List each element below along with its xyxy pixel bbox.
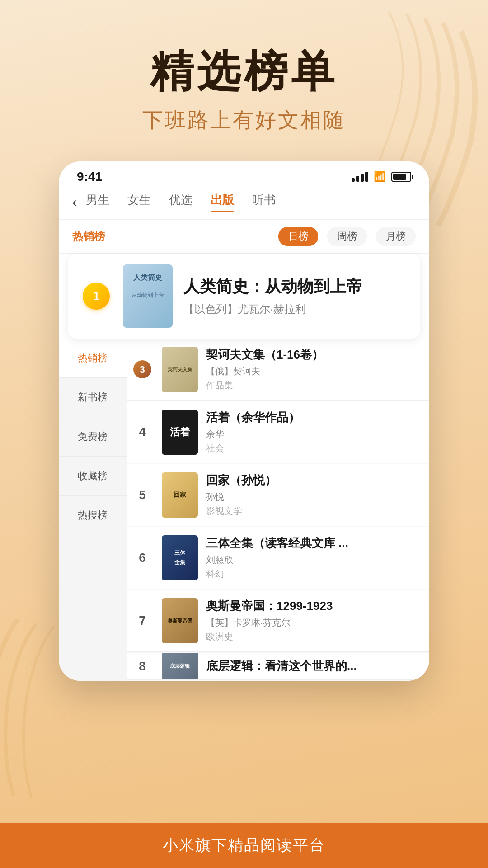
tab-selected[interactable]: 优选 (169, 192, 192, 212)
rank-bronze-medal: 3 (131, 360, 154, 378)
rank-number-7: 7 (131, 613, 154, 628)
rank-number-5: 5 (131, 488, 154, 502)
left-sidebar: 热销榜 新书榜 免费榜 收藏榜 热搜榜 (59, 339, 127, 681)
book-author-huijia: 孙悦 (206, 491, 425, 503)
rank-number-8: 8 (131, 659, 154, 674)
tab-female[interactable]: 女生 (127, 192, 151, 212)
top-book-card[interactable]: 1 人类简史：从动物到上帝 【以色列】尤瓦尔·赫拉利 (68, 254, 420, 339)
book-item-info: 三体全集（读客经典文库 ... 刘慈欣 科幻 (206, 536, 425, 580)
tab-publish[interactable]: 出版 (211, 192, 234, 212)
content-area: 热销榜 新书榜 免费榜 收藏榜 热搜榜 3 契诃夫文集 契诃夫文集（1-16卷）… (59, 339, 429, 681)
list-item[interactable]: 4 活着 活着（余华作品） 余华 社会 (127, 401, 429, 463)
sidebar-new-books[interactable]: 新书榜 (59, 378, 127, 417)
book-title-huijia: 回家（孙悦） (206, 473, 425, 488)
tab-audio[interactable]: 听书 (252, 192, 276, 212)
signal-icon (352, 172, 368, 182)
tab-items: 男生 女生 优选 出版 听书 (86, 192, 276, 212)
book-genre-santi: 科幻 (206, 568, 425, 580)
book-title-huozhe: 活着（余华作品） (206, 410, 425, 425)
book-item-info: 回家（孙悦） 孙悦 影视文学 (206, 473, 425, 517)
book-author-chekhov: 【俄】契诃夫 (206, 365, 425, 377)
list-item[interactable]: 5 回家 回家（孙悦） 孙悦 影视文学 (127, 464, 429, 526)
period-monthly[interactable]: 月榜 (376, 227, 416, 246)
sidebar-favorites[interactable]: 收藏榜 (59, 457, 127, 496)
rank-number-6: 6 (131, 551, 154, 565)
book-cover-huozhe: 活着 (162, 410, 198, 455)
sidebar-free[interactable]: 免费榜 (59, 417, 127, 457)
wifi-icon: 📶 (374, 171, 386, 183)
book-item-info: 活着（余华作品） 余华 社会 (206, 410, 425, 454)
status-time: 9:41 (77, 170, 102, 184)
book-item-info: 奥斯曼帝国：1299-1923 【英】卡罗琳·芬克尔 欧洲史 (206, 599, 425, 643)
book-item-info: 底层逻辑：看清这个世界的... (206, 659, 425, 674)
top-book-info: 人类简史：从动物到上帝 【以色列】尤瓦尔·赫拉利 (183, 276, 408, 316)
book-author-santi: 刘慈欣 (206, 554, 425, 566)
sub-nav: 热销榜 日榜 周榜 月榜 (59, 220, 429, 254)
book-cover-ottoman: 奥斯曼帝国 (162, 598, 198, 643)
sidebar-trending[interactable]: 热搜榜 (59, 496, 127, 535)
book-author-ottoman: 【英】卡罗琳·芬克尔 (206, 617, 425, 629)
book-title-santi: 三体全集（读客经典文库 ... (206, 536, 425, 551)
top-book-title: 人类简史：从动物到上帝 (183, 276, 408, 297)
footer: 小米旗下精品阅读平台 (0, 823, 488, 868)
period-weekly[interactable]: 周榜 (327, 227, 367, 246)
book-cover-huijia: 回家 (162, 472, 198, 518)
footer-text: 小米旗下精品阅读平台 (163, 835, 325, 856)
list-item[interactable]: 8 底层逻辑 底层逻辑：看清这个世界的... (127, 653, 429, 680)
book-title-chekhov: 契诃夫文集（1-16卷） (206, 347, 425, 363)
book-title-diceng: 底层逻辑：看清这个世界的... (206, 659, 425, 674)
book-cover-diceng: 底层逻辑 (162, 653, 198, 680)
status-bar: 9:41 📶 (59, 161, 429, 189)
back-button[interactable]: ‹ (72, 194, 77, 210)
list-item[interactable]: 6 三体全集 三体全集（读客经典文库 ... 刘慈欣 科幻 (127, 527, 429, 589)
book-author-huozhe: 余华 (206, 428, 425, 440)
list-item[interactable]: 3 契诃夫文集 契诃夫文集（1-16卷） 【俄】契诃夫 作品集 (127, 339, 429, 401)
book-list: 3 契诃夫文集 契诃夫文集（1-16卷） 【俄】契诃夫 作品集 4 活着 活着（… (127, 339, 429, 681)
book-item-info: 契诃夫文集（1-16卷） 【俄】契诃夫 作品集 (206, 347, 425, 392)
book-genre-huozhe: 社会 (206, 442, 425, 454)
book-title-ottoman: 奥斯曼帝国：1299-1923 (206, 599, 425, 614)
book-cover-chekhov: 契诃夫文集 (162, 347, 198, 392)
phone-mockup: 9:41 📶 ‹ 男生 女生 优选 出版 听书 热销榜 日榜 (59, 161, 429, 681)
period-daily[interactable]: 日榜 (278, 227, 318, 246)
rank-badge-1: 1 (80, 280, 112, 312)
book-cover-santi: 三体全集 (162, 535, 198, 580)
book-cover-1 (123, 264, 173, 328)
book-genre-huijia: 影视文学 (206, 505, 425, 517)
book-genre-chekhov: 作品集 (206, 379, 425, 392)
rank-number-4: 4 (131, 425, 154, 439)
battery-icon (391, 172, 411, 182)
nav-tabs: ‹ 男生 女生 优选 出版 听书 (59, 189, 429, 220)
tab-male[interactable]: 男生 (86, 192, 109, 212)
sidebar-hot-sales[interactable]: 热销榜 (59, 339, 127, 378)
top-book-author: 【以色列】尤瓦尔·赫拉利 (183, 302, 408, 316)
hot-sales-label[interactable]: 热销榜 (72, 229, 105, 244)
list-item[interactable]: 7 奥斯曼帝国 奥斯曼帝国：1299-1923 【英】卡罗琳·芬克尔 欧洲史 (127, 590, 429, 652)
status-icons: 📶 (352, 171, 411, 183)
book-genre-ottoman: 欧洲史 (206, 631, 425, 643)
rank-1-medal: 1 (83, 283, 110, 310)
